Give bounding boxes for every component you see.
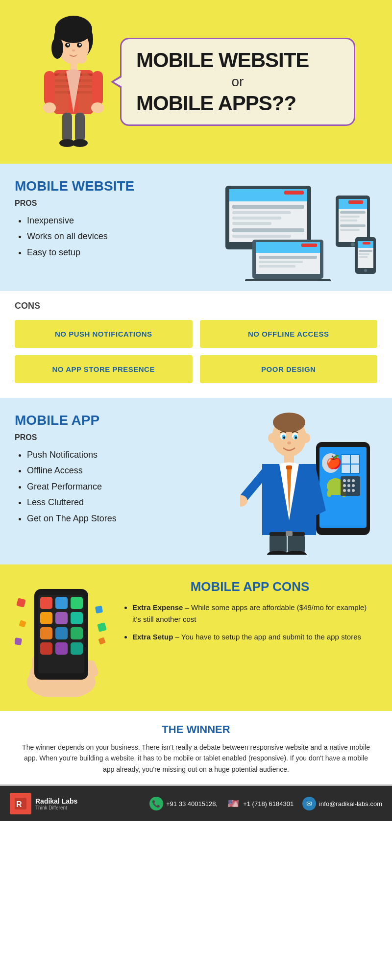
- svg-point-19: [91, 102, 104, 113]
- footer-email: info@radikal-labs.com: [319, 800, 382, 808]
- svg-point-80: [343, 484, 346, 487]
- svg-rect-98: [286, 466, 292, 469]
- svg-point-82: [352, 484, 355, 487]
- mobile-website-cons-section: CONS NO PUSH NOTIFICATIONS NO OFFLINE AC…: [0, 291, 392, 398]
- mobile-website-pros-section: MOBILE WEBSITE PROS Inexpensive Works on…: [0, 164, 392, 291]
- svg-rect-115: [40, 597, 52, 609]
- svg-point-85: [352, 489, 355, 492]
- list-item: Inexpensive: [27, 213, 220, 228]
- footer-phone2: +1 (718) 6184301: [243, 800, 294, 808]
- svg-rect-51: [340, 220, 357, 221]
- cons-dash-1: –: [183, 603, 191, 612]
- svg-rect-124: [40, 642, 52, 655]
- svg-rect-31: [232, 222, 271, 225]
- svg-rect-49: [340, 211, 366, 214]
- svg-rect-27: [284, 191, 304, 195]
- svg-point-54: [351, 243, 355, 246]
- svg-point-18: [43, 102, 56, 113]
- svg-point-81: [347, 484, 350, 487]
- pros-label: PROS: [15, 199, 220, 208]
- hero-title-mobile-apps: MOBILE APPS??: [136, 92, 339, 115]
- svg-rect-128: [95, 606, 103, 613]
- svg-rect-129: [19, 620, 26, 627]
- svg-point-78: [347, 479, 350, 482]
- svg-rect-32: [232, 228, 304, 232]
- man-phone-svg: 🍎: [240, 413, 377, 555]
- svg-rect-53: [340, 229, 360, 231]
- footer-phone1: +91 33 40015128,: [166, 800, 218, 808]
- svg-point-92: [283, 437, 285, 439]
- cons-box-no-appstore: NO APP STORE PRESENCE: [15, 355, 193, 383]
- svg-point-93: [295, 437, 297, 439]
- svg-rect-116: [55, 597, 68, 609]
- list-item: Offline Access: [27, 463, 230, 478]
- svg-rect-105: [286, 531, 293, 536]
- svg-rect-28: [232, 205, 304, 209]
- svg-rect-101: [288, 534, 305, 554]
- cons-term-1: Extra Expense: [132, 603, 183, 612]
- svg-rect-48: [348, 200, 363, 204]
- svg-rect-33: [232, 235, 291, 238]
- mobile-website-heading: MOBILE WEBSITE: [15, 178, 220, 194]
- svg-rect-50: [340, 216, 360, 218]
- svg-rect-58: [363, 242, 370, 245]
- svg-rect-60: [359, 253, 369, 255]
- svg-rect-121: [40, 627, 52, 639]
- svg-point-94: [287, 441, 291, 444]
- flag-icon: 🇺🇸: [226, 797, 240, 810]
- winner-heading: THE WINNER: [20, 723, 372, 736]
- svg-rect-118: [40, 612, 52, 624]
- svg-rect-44: [245, 279, 331, 281]
- svg-rect-39: [256, 242, 280, 253]
- mobile-website-pros-content: MOBILE WEBSITE PROS Inexpensive Works on…: [15, 178, 220, 260]
- svg-rect-130: [97, 622, 107, 632]
- footer-contacts: 📞 +91 33 40015128, 🇺🇸 +1 (718) 6184301 ✉…: [149, 797, 382, 810]
- svg-point-77: [343, 479, 346, 482]
- cons-box-no-push: NO PUSH NOTIFICATIONS: [15, 320, 193, 348]
- email-icon: ✉: [302, 797, 316, 810]
- svg-rect-127: [16, 598, 26, 608]
- svg-rect-43: [259, 265, 295, 268]
- footer-phone2-item: 🇺🇸 +1 (718) 6184301: [226, 797, 294, 810]
- svg-rect-41: [259, 256, 317, 259]
- mobile-app-pros-label: PROS: [15, 433, 230, 442]
- svg-rect-131: [15, 637, 22, 645]
- list-item: Extra Expense – While some apps are affo…: [132, 602, 377, 625]
- svg-point-79: [352, 479, 355, 482]
- svg-rect-17: [92, 71, 103, 105]
- svg-rect-70: [342, 465, 350, 473]
- svg-rect-30: [232, 217, 281, 220]
- svg-point-9: [75, 54, 87, 64]
- svg-point-95: [268, 433, 276, 443]
- footer-logo: R Radikal Labs Think Different: [10, 793, 77, 814]
- svg-point-23: [72, 139, 88, 147]
- footer-phone1-item: 📞 +91 33 40015128,: [149, 797, 218, 810]
- cons-grid: NO PUSH NOTIFICATIONS NO OFFLINE ACCESS …: [15, 320, 377, 383]
- svg-point-83: [343, 489, 346, 492]
- cons-desc-2: You have to setup the app and submit to …: [181, 633, 361, 641]
- phone-hand-illustration: [15, 579, 113, 699]
- list-item: Push Notifications: [27, 447, 230, 463]
- svg-rect-123: [71, 627, 83, 639]
- cons-label: CONS: [15, 301, 377, 311]
- svg-point-6: [67, 44, 69, 46]
- phone-icon: 📞: [149, 797, 163, 810]
- mobile-app-pros-section: MOBILE APP PROS Push Notifications Offli…: [0, 398, 392, 564]
- svg-text:R: R: [16, 800, 22, 808]
- app-cons-section: MOBILE APP CONS Extra Expense – While so…: [0, 564, 392, 711]
- svg-point-3: [51, 37, 63, 59]
- svg-point-8: [72, 49, 75, 51]
- hero-section: MOBILE WEBSITE or MOBILE APPS??: [0, 0, 392, 164]
- svg-rect-132: [98, 637, 105, 644]
- svg-rect-20: [62, 113, 72, 142]
- svg-rect-61: [359, 256, 368, 258]
- svg-rect-69: [351, 455, 359, 464]
- svg-rect-42: [259, 261, 303, 263]
- mobile-app-pros-content: MOBILE APP PROS Push Notifications Offli…: [15, 413, 230, 526]
- svg-point-87: [273, 413, 305, 432]
- list-item: Works on all devices: [27, 228, 220, 244]
- svg-point-84: [347, 489, 350, 492]
- footer-logo-box: R: [10, 793, 31, 814]
- svg-rect-68: [342, 455, 350, 464]
- hero-title-or: or: [136, 74, 339, 90]
